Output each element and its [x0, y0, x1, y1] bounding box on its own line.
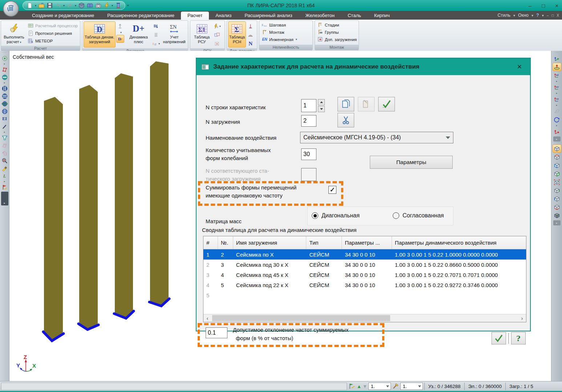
table-horizontal-scrollbar[interactable]: ‹ › [203, 314, 526, 322]
pen-expand[interactable]: ▸ [4, 130, 5, 134]
tables-pair-button[interactable] [213, 31, 221, 39]
sphere-orbit-icon[interactable] [1, 100, 9, 107]
pile-button[interactable] [247, 22, 255, 30]
table-row[interactable]: 3 4 Сейсмика под 45 к X СЕЙСМ 34 30 0 0 … [203, 270, 526, 280]
pen-icon[interactable] [1, 123, 9, 130]
right-dock-grip-2[interactable]: ▸ [553, 220, 561, 225]
deviation-input[interactable] [206, 327, 227, 338]
view-perspective-icon[interactable] [553, 211, 561, 220]
parameters-button[interactable]: Параметры [370, 156, 453, 169]
down-triangle-icon[interactable]: ▼ [363, 384, 367, 389]
stages-item[interactable]: Стадии [316, 21, 357, 28]
view-top-icon[interactable] [553, 153, 561, 161]
ribbon-minimize-button[interactable]: – [547, 13, 549, 17]
tab-calculation[interactable]: Расчет [181, 12, 209, 20]
element-scale-select[interactable]: 1. [400, 383, 423, 390]
projection-xy-icon[interactable]: XY [553, 83, 561, 91]
loadcase-number-input[interactable] [301, 115, 316, 127]
spatial-model-icon[interactable] [553, 63, 561, 71]
projection-xy-expand[interactable]: ▸ [556, 91, 558, 95]
l-dimension-expand[interactable]: ▸ [4, 180, 5, 183]
d-arrow-button[interactable]: D [152, 22, 160, 30]
flag-edit-status-icon[interactable] [348, 383, 356, 389]
style-caret[interactable]: ▾ [513, 13, 515, 17]
column-4[interactable] [150, 61, 169, 306]
window-menu[interactable]: Окно [518, 13, 529, 18]
rotate-model-icon[interactable] [553, 115, 561, 124]
sphere-cut-expand[interactable]: ▸ [4, 81, 5, 85]
right-dock-grip-1[interactable]: ▸ [553, 136, 561, 142]
confirm-button[interactable] [492, 332, 506, 344]
rotate-expand[interactable]: ▸ [556, 124, 558, 127]
tab-advanced-analysis[interactable]: Расширенный анализ [238, 12, 299, 20]
impact-name-combobox[interactable]: Сейсмическое (МГСН 4.19-05) - (34) [300, 132, 453, 143]
close-button[interactable]: × [555, 3, 558, 9]
scrollbar-thumb[interactable] [212, 315, 390, 321]
pin-load-button[interactable] [116, 22, 124, 30]
sphere-vertical-icon[interactable] [1, 85, 9, 92]
dynamics-plus-button[interactable]: D+ Динамикаплюс [126, 21, 151, 48]
table-row[interactable]: 2 3 Сейсмика под 30 к X СЕЙСМ 34 30 0 0 … [203, 260, 526, 270]
app-menu-button[interactable] [3, 1, 19, 17]
tab-creation-editing[interactable]: Создание и редактирование [25, 12, 101, 20]
tab-advanced-editing[interactable]: Расширенное редактирование [101, 12, 181, 20]
toolbar-dock-grip[interactable]: ▸ [1, 192, 8, 205]
delete-table-button[interactable] [213, 40, 221, 48]
stress-account-button[interactable]: ΣN Учетнапряжений [162, 21, 187, 48]
table-row[interactable]: 4 5 Сейсмика под 22 к X СЕЙСМ 34 30 0 0 … [203, 280, 526, 290]
d-edit-button[interactable]: D [116, 35, 124, 43]
dynamic-loads-table-button[interactable]: D Таблица динам.загружений [84, 21, 116, 48]
scroll-left-icon[interactable]: ‹ [203, 315, 211, 321]
pin-load-caret[interactable]: ▾ [117, 31, 125, 34]
dialog-titlebar[interactable]: Задание характеристик для расчета на дин… [197, 58, 530, 75]
projection-yz-icon[interactable]: YZ [553, 95, 561, 103]
projection-xz-expand[interactable]: ▸ [556, 79, 558, 83]
tab-analysis[interactable]: Анализ [209, 12, 238, 20]
tab-brick[interactable]: Кирпич [368, 12, 396, 20]
row-number-input[interactable] [301, 99, 316, 112]
cut-row-button[interactable] [337, 113, 354, 127]
views-toolbar-grip[interactable]: ···· [554, 142, 559, 144]
projection-xz-icon[interactable]: XZ [553, 71, 561, 79]
n-force-button[interactable]: N [247, 40, 255, 48]
ucs-axes-icon[interactable] [553, 54, 561, 63]
sum-forms-checkbox[interactable]: ✓ [328, 186, 336, 194]
scroll-right-icon[interactable]: › [518, 315, 526, 321]
hammer-status-icon[interactable] [392, 383, 399, 389]
minimize-button[interactable]: – [529, 3, 531, 9]
mass-consistent-radio[interactable]: Согласованная [393, 212, 444, 219]
help-button[interactable]: ? [511, 332, 526, 344]
up-triangle-icon[interactable]: ▲ [357, 384, 361, 389]
sphere-horizontal-icon[interactable] [1, 92, 9, 100]
help-caret[interactable]: ▾ [542, 13, 544, 17]
view-front-icon[interactable] [553, 161, 561, 170]
table-row[interactable]: 1 2 Сейсмика по X СЕЙСМ 34 30 0 0 10 1.0… [203, 249, 526, 260]
meteor-item[interactable]: Σ МЕТЕОР [27, 37, 79, 44]
ribbon-close-button[interactable]: X [557, 13, 559, 17]
zoom-cancel-icon[interactable] [1, 157, 9, 164]
node-scale-select[interactable]: 1. [368, 383, 391, 390]
spin-down-button[interactable] [318, 106, 325, 112]
alpha-damping-button[interactable]: !α ▾ [152, 40, 160, 48]
modes-count-input[interactable] [301, 148, 316, 160]
view-right-icon[interactable] [553, 186, 561, 195]
montage-nl-item[interactable]: Монтаж [260, 29, 311, 36]
solution-protocol-item[interactable]: Протокол решения [27, 30, 79, 37]
groups-item[interactable]: Группы [316, 29, 357, 36]
frame-select-icon[interactable] [1, 142, 9, 149]
header-params[interactable]: Параметры ... [342, 236, 392, 249]
table-row[interactable]: 5 [203, 290, 526, 300]
mass-diagonal-radio[interactable]: Диагональная [312, 212, 360, 219]
view-back-icon[interactable] [553, 195, 561, 203]
red-axes-icon[interactable] [553, 127, 561, 136]
maximize-button[interactable]: □ [542, 3, 545, 9]
polygon-select-icon[interactable] [1, 66, 9, 73]
copy-row-button[interactable] [337, 97, 354, 111]
mark-nodes-expand[interactable]: ▸ [4, 62, 5, 66]
right-toolbar-grip[interactable]: ···· [554, 52, 559, 54]
run-calculation-button[interactable]: Выполнить расчет▾ [2, 21, 26, 45]
stiffness-ei-icon[interactable]: EI [1, 115, 9, 123]
isometric-view-icon[interactable] [553, 144, 561, 153]
tab-reinforced-concrete[interactable]: Железобетон [299, 12, 341, 20]
help-menu[interactable]: ? [536, 13, 539, 18]
